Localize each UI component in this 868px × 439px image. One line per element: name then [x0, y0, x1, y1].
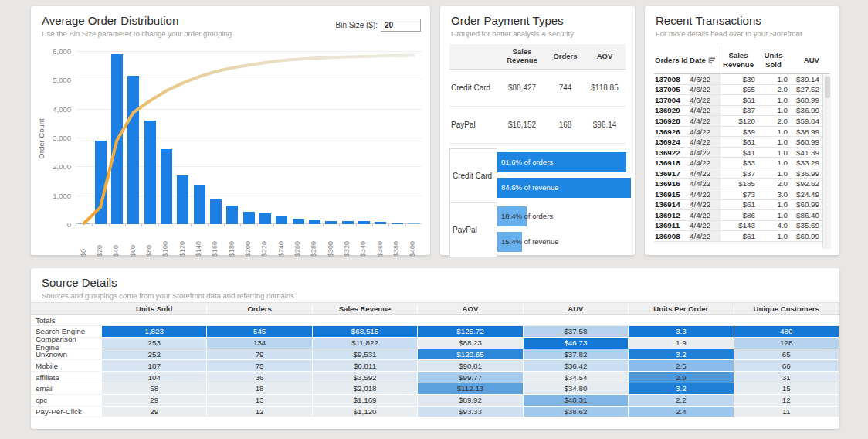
heatmap-cell[interactable]: $93.33: [418, 407, 523, 418]
heatmap-cell[interactable]: $1,120: [313, 407, 418, 418]
heatmap-cell[interactable]: $112.13: [418, 383, 523, 395]
heatmap-cell[interactable]: $37.58: [524, 326, 629, 338]
heatmap-cell[interactable]: 15: [734, 383, 839, 395]
transaction-row[interactable]: 1370084/6/22$391.0$39.14: [654, 74, 830, 85]
heatmap-cell[interactable]: 75: [207, 360, 312, 372]
heatmap-cell[interactable]: 252: [102, 349, 207, 361]
heatmap-cell[interactable]: 66: [734, 360, 839, 372]
transaction-row[interactable]: 1369144/4/22$611.0$60.99: [654, 200, 830, 211]
transaction-row[interactable]: 1369174/4/22$371.0$36.99: [654, 168, 830, 179]
heatmap-cell[interactable]: 1,823: [102, 326, 207, 338]
histogram-bar[interactable]: [342, 221, 354, 224]
payment-row[interactable]: Credit Card$88,427744$118.85: [449, 70, 626, 107]
heatmap-cell[interactable]: $1,169: [313, 395, 418, 407]
histogram-bar[interactable]: [127, 76, 139, 224]
heatmap-cell[interactable]: 12: [207, 407, 312, 418]
table-scrollbar[interactable]: [822, 75, 831, 249]
histogram-bar[interactable]: [78, 223, 90, 225]
heatmap-cell[interactable]: 58: [102, 383, 207, 395]
transaction-row[interactable]: 1369154/4/22$733.0$24.49: [654, 189, 830, 200]
heatmap-cell[interactable]: $11,822: [313, 338, 418, 349]
heatmap-cell[interactable]: $36.42: [524, 360, 629, 372]
sort-descending-icon[interactable]: [708, 56, 716, 64]
heatmap-cell[interactable]: $2,018: [313, 383, 418, 395]
source-row[interactable]: Mobile18775$6,811$90.81$36.422.566: [31, 360, 839, 372]
heatmap-cell[interactable]: 31: [734, 372, 839, 383]
source-row[interactable]: Unknown25279$9,531$120.65$37.823.265: [31, 349, 839, 361]
transaction-row[interactable]: 1369084/4/22$611.0$60.99: [654, 231, 830, 242]
transaction-row[interactable]: 1369244/4/22$611.0$60.99: [654, 137, 830, 148]
heatmap-cell[interactable]: $38.62: [524, 407, 629, 418]
heatmap-cell[interactable]: 253: [102, 338, 207, 349]
source-row[interactable]: cpc2913$1,169$89.92$40.312.212: [31, 395, 839, 407]
source-row[interactable]: affiliate10436$3,592$99.77$34.542.931: [31, 372, 839, 383]
heatmap-cell[interactable]: $99.77: [418, 372, 523, 383]
histogram-bar[interactable]: [177, 175, 188, 224]
heatmap-cell[interactable]: 12: [734, 395, 839, 407]
heatmap-cell[interactable]: 29: [102, 395, 207, 407]
histogram-bar[interactable]: [325, 221, 337, 224]
payment-row[interactable]: PayPal$16,152168$96.14: [449, 107, 626, 144]
transaction-row[interactable]: 1369184/4/22$331.0$33.29: [654, 158, 830, 168]
heatmap-cell[interactable]: 3.3: [629, 326, 734, 338]
source-row[interactable]: Search Engine1,823545$68,515$125.72$37.5…: [31, 326, 839, 338]
heatmap-cell[interactable]: 2.4: [629, 407, 734, 418]
heatmap-cell[interactable]: $9,531: [313, 349, 418, 361]
heatmap-cell[interactable]: $3,592: [313, 372, 418, 383]
heatmap-cell[interactable]: 13: [207, 395, 312, 407]
heatmap-cell[interactable]: $34.80: [524, 383, 629, 395]
histogram-bar[interactable]: [408, 223, 419, 225]
histogram-bar[interactable]: [276, 216, 287, 224]
heatmap-cell[interactable]: 3.2: [629, 349, 734, 361]
heatmap-cell[interactable]: $120.65: [418, 349, 523, 361]
heatmap-cell[interactable]: 11: [734, 407, 839, 418]
heatmap-cell[interactable]: 2.9: [629, 372, 734, 383]
histogram-bar[interactable]: [95, 141, 107, 224]
histogram-bar[interactable]: [375, 222, 386, 224]
heatmap-cell[interactable]: 65: [734, 349, 839, 361]
transaction-row[interactable]: 1369224/4/22$411.0$41.39: [654, 148, 830, 158]
histogram-bar[interactable]: [144, 121, 156, 224]
source-row[interactable]: Comparison Engine253134$11,822$88.23$46.…: [31, 338, 839, 349]
histogram-bar[interactable]: [309, 220, 320, 224]
transaction-row[interactable]: 1370044/6/22$611.0$60.99: [654, 95, 830, 106]
heatmap-cell[interactable]: $34.54: [524, 372, 629, 383]
heatmap-cell[interactable]: 1.9: [629, 338, 734, 349]
heatmap-cell[interactable]: $68,515: [313, 326, 418, 338]
heatmap-cell[interactable]: 480: [734, 326, 839, 338]
heatmap-cell[interactable]: $90.81: [418, 360, 523, 372]
transaction-row[interactable]: 1369124/4/22$861.0$86.40: [654, 210, 830, 221]
histogram-bar[interactable]: [293, 219, 304, 224]
heatmap-cell[interactable]: $40.31: [524, 395, 629, 407]
transaction-row[interactable]: 1369294/4/22$371.0$36.99: [654, 106, 830, 117]
scrollbar-thumb[interactable]: [825, 77, 830, 98]
heatmap-cell[interactable]: 2.2: [629, 395, 734, 407]
heatmap-cell[interactable]: 2.5: [629, 360, 734, 372]
heatmap-cell[interactable]: $89.92: [418, 395, 523, 407]
heatmap-cell[interactable]: 134: [207, 338, 312, 349]
heatmap-cell[interactable]: $46.73: [524, 338, 629, 349]
heatmap-cell[interactable]: $125.72: [418, 326, 523, 338]
transaction-row[interactable]: 1369114/4/22$1434.0$35.69: [654, 221, 830, 232]
histogram-bar[interactable]: [210, 199, 222, 224]
transaction-row[interactable]: 1369164/4/22$1852.0$92.62: [654, 179, 830, 189]
source-row[interactable]: email5818$2,018$112.13$34.803.215: [31, 383, 839, 395]
heatmap-cell[interactable]: 545: [207, 326, 312, 338]
histogram-bar[interactable]: [226, 206, 238, 224]
bin-size-input[interactable]: [381, 19, 421, 32]
histogram-bar[interactable]: [358, 221, 370, 224]
heatmap-cell[interactable]: $6,811: [313, 360, 418, 372]
heatmap-cell[interactable]: 18: [207, 383, 312, 395]
histogram-bar[interactable]: [243, 212, 255, 224]
source-row[interactable]: Pay-Per-Click2912$1,120$93.33$38.622.411: [31, 407, 839, 418]
histogram-bar[interactable]: [194, 185, 205, 224]
transaction-row[interactable]: 1369284/4/22$1202.0$59.84: [654, 116, 830, 127]
histogram-bar[interactable]: [111, 54, 123, 224]
heatmap-cell[interactable]: $88.23: [418, 338, 523, 349]
histogram-bar[interactable]: [259, 213, 271, 224]
heatmap-cell[interactable]: 36: [207, 372, 312, 383]
transaction-row[interactable]: 1369264/4/22$391.0$38.99: [654, 127, 830, 138]
transaction-row[interactable]: 1370054/6/22$552.0$27.52: [654, 85, 830, 96]
heatmap-cell[interactable]: 128: [734, 338, 839, 349]
heatmap-cell[interactable]: 79: [207, 349, 312, 361]
